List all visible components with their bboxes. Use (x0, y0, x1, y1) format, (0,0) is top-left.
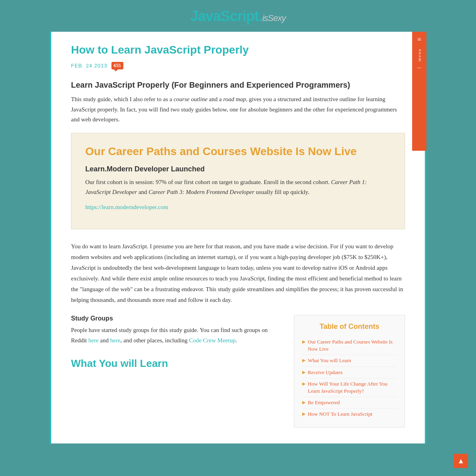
logo-sub: isSexy (262, 13, 286, 23)
intro-term2: road map (223, 96, 246, 102)
menu-icon[interactable]: ≡ (417, 36, 421, 43)
post-date: FEB. 24 2013 (71, 63, 107, 69)
toc-item[interactable]: ▶How NOT To Learn JavaScript (302, 409, 397, 420)
study-text-mid: and (99, 337, 110, 344)
section1-heading: Learn JavaScript Properly (For Beginners… (71, 81, 405, 90)
toc-box: Table of Contents ▶Our Career Paths and … (294, 315, 405, 428)
callout-link[interactable]: https://learn.moderndeveloper.com (85, 204, 168, 210)
callout-p1-end: usually fill up quickly. (254, 189, 309, 195)
toc-item[interactable]: ▶How Will Your Life Change After You Lea… (302, 378, 397, 397)
post-title: How to Learn JavaScript Properly (71, 44, 405, 56)
toc-heading: Table of Contents (302, 322, 397, 331)
scroll-top-icon: ▲ (457, 457, 464, 465)
callout-box: Our Career Paths and Courses Website Is … (71, 133, 405, 230)
toc-list: ▶Our Career Paths and Courses Website Is… (302, 336, 397, 420)
toc-link[interactable]: Receive Updates (308, 369, 343, 376)
study-groups-section: Study Groups People have started study g… (71, 315, 282, 428)
toc-link[interactable]: Our Career Paths and Courses Website Is … (308, 338, 397, 353)
menu-dots: ··· (417, 65, 422, 71)
callout-link-para[interactable]: https://learn.moderndeveloper.com (85, 202, 391, 213)
toc-arrow-icon: ▶ (302, 400, 305, 405)
study-text-final: . (236, 337, 237, 344)
callout-heading: Our Career Paths and Courses Website Is … (85, 145, 391, 158)
intro-paragraph: This study guide, which I also refer to … (71, 94, 405, 125)
study-groups-heading: Study Groups (71, 315, 282, 322)
lower-section: Study Groups People have started study g… (71, 315, 405, 428)
intro-term1: course outline (174, 96, 207, 102)
callout-p1-mid: and (137, 189, 148, 195)
callout-p1-start: Our first cohort is in session: 97% of o… (85, 179, 331, 185)
callout-paragraph: Our first cohort is in session: 97% of o… (85, 177, 391, 198)
toc-arrow-icon: ▶ (302, 411, 305, 416)
toc-arrow-icon: ▶ (302, 339, 305, 344)
post-meta: FEB. 24 2013 655 (71, 62, 405, 69)
intro-text-start: This study guide, which I also refer to … (71, 96, 174, 102)
toc-arrow-icon: ▶ (302, 358, 305, 363)
toc-link[interactable]: Be Empowered (308, 399, 340, 406)
toc-arrow-icon: ▶ (302, 370, 305, 375)
toc-link[interactable]: How Will Your Life Change After You Lear… (308, 380, 397, 395)
callout-subheading: Learn.Modern Developer Launched (85, 165, 391, 173)
intro-text-mid: and a (207, 96, 223, 102)
body-text-main: You do want to learn JavaScript. I presu… (71, 241, 405, 305)
toc-item[interactable]: ▶Receive Updates (302, 367, 397, 378)
menu-sidebar[interactable]: ≡ menu ··· (412, 32, 426, 151)
toc-item[interactable]: ▶What You will Learn (302, 355, 397, 367)
reddit-link1[interactable]: here (88, 337, 99, 344)
callout-italic2: Career Path 3: Modern Frontend Developer (149, 189, 255, 195)
site-header: JavaScript.isSexy (0, 0, 476, 32)
toc-link[interactable]: What You will Learn (308, 357, 351, 364)
toc-arrow-icon: ▶ (302, 381, 305, 386)
toc-section: Table of Contents ▶Our Career Paths and … (294, 315, 405, 428)
code-crew-link[interactable]: Code Crew Meetup (189, 337, 235, 344)
comment-count[interactable]: 655 (111, 62, 123, 69)
reddit-link2[interactable]: here (110, 337, 121, 344)
study-groups-text: People have started study groups for thi… (71, 325, 282, 345)
menu-label: menu (417, 48, 422, 61)
toc-item[interactable]: ▶Our Career Paths and Courses Website Is… (302, 336, 397, 355)
scroll-to-top-button[interactable]: ▲ (454, 454, 468, 468)
study-text-end: , and other places, including (121, 337, 189, 344)
logo-main: JavaScript. (190, 8, 262, 24)
site-logo[interactable]: JavaScript.isSexy (0, 8, 476, 25)
toc-link[interactable]: How NOT To Learn JavaScript (308, 411, 372, 418)
section2-heading: What You will Learn (71, 357, 282, 370)
toc-item[interactable]: ▶Be Empowered (302, 397, 397, 409)
main-content: ≡ menu ··· How to Learn JavaScript Prope… (50, 32, 426, 443)
